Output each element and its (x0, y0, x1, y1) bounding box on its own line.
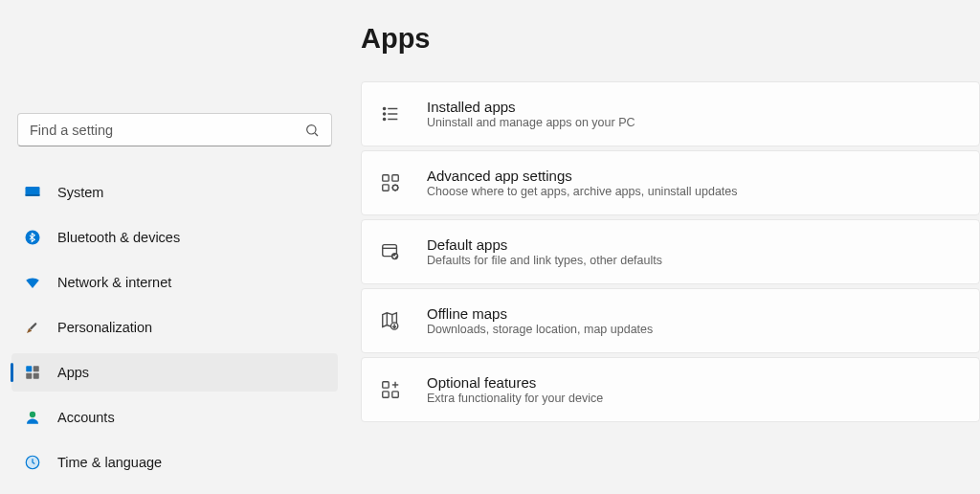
sidebar-item-label: Network & internet (57, 275, 171, 290)
person-icon (23, 408, 42, 427)
card-title: Default apps (427, 236, 662, 253)
card-text: Optional features Extra functionality fo… (427, 374, 603, 405)
search-input[interactable] (30, 123, 304, 138)
sidebar-item-time[interactable]: Time & language (11, 443, 338, 482)
grid-plus-icon (379, 378, 402, 401)
svg-rect-8 (26, 373, 32, 379)
svg-rect-6 (26, 366, 32, 371)
card-text: Offline maps Downloads, storage location… (427, 305, 653, 336)
card-advanced-app-settings[interactable]: Advanced app settings Choose where to ge… (361, 150, 980, 215)
wifi-icon (23, 273, 42, 292)
sidebar-item-bluetooth[interactable]: Bluetooth & devices (11, 218, 338, 257)
svg-rect-28 (383, 382, 389, 388)
card-title: Offline maps (427, 305, 653, 322)
svg-point-0 (307, 124, 316, 133)
window-check-icon (379, 240, 402, 263)
page-title: Apps (361, 23, 980, 55)
svg-rect-30 (392, 392, 398, 397)
card-title: Optional features (427, 374, 603, 391)
sidebar-item-system[interactable]: System (11, 173, 338, 212)
card-installed-apps[interactable]: Installed apps Uninstall and manage apps… (361, 81, 980, 146)
card-desc: Downloads, storage location, map updates (427, 323, 653, 336)
card-desc: Defaults for file and link types, other … (427, 254, 662, 267)
sidebar-item-network[interactable]: Network & internet (11, 263, 338, 302)
sidebar-item-label: System (57, 185, 103, 200)
search-icon (304, 123, 320, 138)
card-desc: Extra functionality for your device (427, 392, 603, 405)
svg-point-10 (30, 412, 35, 417)
sidebar-item-label: Accounts (57, 410, 115, 425)
monitor-icon (23, 183, 42, 202)
card-desc: Choose where to get apps, archive apps, … (427, 185, 738, 198)
sidebar: System Bluetooth & devices Network & int… (0, 0, 349, 494)
search-wrap (11, 0, 338, 146)
list-icon (379, 102, 402, 125)
card-text: Installed apps Uninstall and manage apps… (427, 99, 635, 129)
search-box[interactable] (17, 113, 332, 146)
card-default-apps[interactable]: Default apps Defaults for file and link … (361, 219, 980, 284)
sidebar-item-label: Time & language (57, 455, 162, 470)
paintbrush-icon (23, 318, 42, 337)
card-offline-maps[interactable]: Offline maps Downloads, storage location… (361, 288, 980, 353)
card-desc: Uninstall and manage apps on your PC (427, 116, 635, 129)
sidebar-nav: System Bluetooth & devices Network & int… (11, 173, 338, 488)
svg-rect-9 (33, 373, 39, 379)
card-text: Default apps Defaults for file and link … (427, 236, 662, 267)
map-download-icon (379, 309, 402, 332)
card-optional-features[interactable]: Optional features Extra functionality fo… (361, 357, 980, 422)
svg-point-14 (383, 113, 385, 115)
svg-rect-20 (383, 185, 389, 191)
sidebar-item-label: Apps (57, 365, 89, 380)
grid-gear-icon (379, 171, 402, 194)
card-title: Advanced app settings (427, 168, 738, 184)
svg-rect-19 (392, 175, 398, 181)
clock-globe-icon (23, 453, 42, 472)
main-panel: Apps Installed apps Uninstall and manage… (349, 0, 980, 494)
sidebar-item-apps[interactable]: Apps (11, 353, 338, 392)
card-title: Installed apps (427, 99, 635, 115)
svg-line-1 (315, 133, 318, 136)
sidebar-item-label: Personalization (57, 320, 152, 335)
svg-rect-29 (383, 392, 389, 397)
svg-point-12 (383, 107, 385, 109)
sidebar-item-label: Bluetooth & devices (57, 230, 180, 245)
apps-icon (23, 363, 42, 382)
card-text: Advanced app settings Choose where to ge… (427, 168, 738, 198)
svg-rect-18 (383, 175, 389, 181)
bluetooth-icon (23, 228, 42, 247)
svg-point-16 (383, 118, 385, 120)
sidebar-item-accounts[interactable]: Accounts (11, 398, 338, 437)
svg-rect-7 (33, 366, 39, 371)
sidebar-item-personalization[interactable]: Personalization (11, 308, 338, 347)
svg-rect-3 (26, 194, 40, 196)
svg-rect-5 (30, 323, 37, 330)
settings-cards: Installed apps Uninstall and manage apps… (361, 81, 980, 422)
